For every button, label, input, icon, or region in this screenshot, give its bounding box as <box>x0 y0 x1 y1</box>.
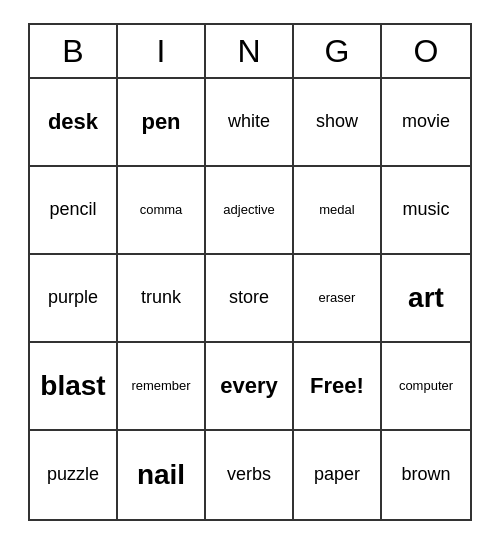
bingo-cell-r2-c3[interactable]: eraser <box>294 255 382 343</box>
header-letter-b: B <box>30 25 118 77</box>
bingo-cell-text-r1-c0: pencil <box>49 199 96 221</box>
bingo-cell-r2-c2[interactable]: store <box>206 255 294 343</box>
bingo-cell-text-r1-c1: comma <box>140 202 183 218</box>
bingo-cell-text-r0-c4: movie <box>402 111 450 133</box>
bingo-cell-text-r2-c1: trunk <box>141 287 181 309</box>
bingo-cell-text-r3-c1: remember <box>131 378 190 394</box>
bingo-cell-r3-c2[interactable]: every <box>206 343 294 431</box>
header-letter-i: I <box>118 25 206 77</box>
bingo-cell-r2-c0[interactable]: purple <box>30 255 118 343</box>
bingo-cell-r1-c4[interactable]: music <box>382 167 470 255</box>
bingo-cell-text-r4-c3: paper <box>314 464 360 486</box>
bingo-cell-text-r1-c3: medal <box>319 202 354 218</box>
bingo-cell-r3-c3[interactable]: Free! <box>294 343 382 431</box>
bingo-cell-text-r3-c0: blast <box>40 369 105 403</box>
bingo-cell-r4-c2[interactable]: verbs <box>206 431 294 519</box>
bingo-cell-r1-c3[interactable]: medal <box>294 167 382 255</box>
bingo-cell-r0-c2[interactable]: white <box>206 79 294 167</box>
bingo-cell-text-r3-c2: every <box>220 373 278 399</box>
bingo-cell-r2-c4[interactable]: art <box>382 255 470 343</box>
bingo-cell-r2-c1[interactable]: trunk <box>118 255 206 343</box>
bingo-cell-r4-c0[interactable]: puzzle <box>30 431 118 519</box>
bingo-cell-r4-c4[interactable]: brown <box>382 431 470 519</box>
bingo-cell-r0-c3[interactable]: show <box>294 79 382 167</box>
bingo-cell-text-r2-c3: eraser <box>319 290 356 306</box>
bingo-cell-text-r4-c1: nail <box>137 458 185 492</box>
header-letter-g: G <box>294 25 382 77</box>
bingo-cell-r3-c0[interactable]: blast <box>30 343 118 431</box>
bingo-cell-text-r1-c4: music <box>402 199 449 221</box>
bingo-cell-text-r0-c1: pen <box>141 109 180 135</box>
bingo-cell-text-r4-c4: brown <box>401 464 450 486</box>
bingo-cell-r0-c4[interactable]: movie <box>382 79 470 167</box>
bingo-cell-r3-c4[interactable]: computer <box>382 343 470 431</box>
bingo-cell-r4-c1[interactable]: nail <box>118 431 206 519</box>
bingo-cell-text-r3-c3: Free! <box>310 373 364 399</box>
header-letter-o: O <box>382 25 470 77</box>
bingo-cell-text-r0-c0: desk <box>48 109 98 135</box>
bingo-cell-text-r0-c2: white <box>228 111 270 133</box>
bingo-cell-r1-c2[interactable]: adjective <box>206 167 294 255</box>
bingo-cell-text-r3-c4: computer <box>399 378 453 394</box>
bingo-cell-text-r2-c4: art <box>408 281 444 315</box>
bingo-cell-text-r0-c3: show <box>316 111 358 133</box>
bingo-cell-r1-c1[interactable]: comma <box>118 167 206 255</box>
header-letter-n: N <box>206 25 294 77</box>
bingo-cell-text-r4-c0: puzzle <box>47 464 99 486</box>
bingo-cell-r0-c0[interactable]: desk <box>30 79 118 167</box>
bingo-cell-text-r2-c2: store <box>229 287 269 309</box>
bingo-cell-r3-c1[interactable]: remember <box>118 343 206 431</box>
bingo-grid: deskpenwhiteshowmoviepencilcommaadjectiv… <box>30 79 470 519</box>
bingo-cell-text-r4-c2: verbs <box>227 464 271 486</box>
bingo-header: BINGO <box>30 25 470 79</box>
bingo-cell-r1-c0[interactable]: pencil <box>30 167 118 255</box>
bingo-cell-r4-c3[interactable]: paper <box>294 431 382 519</box>
bingo-cell-r0-c1[interactable]: pen <box>118 79 206 167</box>
bingo-card: BINGO deskpenwhiteshowmoviepencilcommaad… <box>28 23 472 521</box>
bingo-cell-text-r2-c0: purple <box>48 287 98 309</box>
bingo-cell-text-r1-c2: adjective <box>223 202 274 218</box>
